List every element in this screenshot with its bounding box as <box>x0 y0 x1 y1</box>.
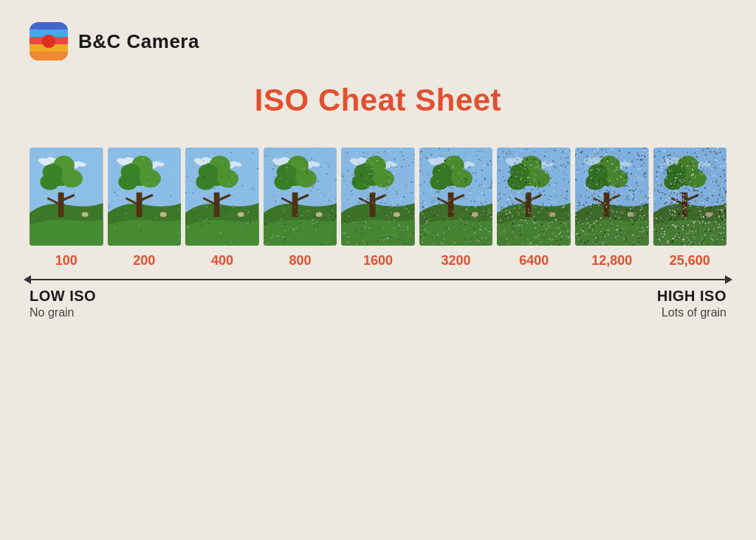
svg-rect-157 <box>247 245 248 246</box>
svg-rect-261 <box>281 207 283 209</box>
svg-rect-846 <box>434 155 436 156</box>
svg-rect-795 <box>445 231 447 232</box>
svg-rect-1196 <box>504 179 506 180</box>
svg-rect-842 <box>489 187 491 188</box>
svg-rect-2629 <box>657 174 659 176</box>
svg-rect-1721 <box>619 205 620 207</box>
svg-rect-825 <box>445 188 447 190</box>
svg-rect-349 <box>282 168 284 170</box>
svg-rect-526 <box>413 232 414 234</box>
svg-rect-841 <box>478 224 480 225</box>
svg-rect-849 <box>472 173 473 175</box>
svg-rect-1827 <box>636 221 637 222</box>
svg-rect-2134 <box>704 241 705 243</box>
svg-rect-2603 <box>708 168 709 170</box>
svg-rect-2121 <box>671 242 673 243</box>
svg-point-652 <box>472 212 478 217</box>
svg-rect-1961 <box>616 179 618 180</box>
svg-rect-2333 <box>713 223 715 224</box>
svg-rect-1786 <box>630 224 631 225</box>
svg-rect-1632 <box>642 210 644 211</box>
svg-rect-1193 <box>498 194 499 195</box>
svg-rect-1949 <box>583 239 584 240</box>
svg-rect-2042 <box>676 160 677 162</box>
svg-rect-800 <box>429 165 430 167</box>
svg-rect-2549 <box>678 214 679 215</box>
svg-rect-1436 <box>568 218 570 220</box>
svg-rect-1573 <box>591 169 593 170</box>
svg-rect-1075 <box>528 176 529 178</box>
svg-rect-2331 <box>689 244 690 246</box>
svg-rect-776 <box>447 210 449 212</box>
svg-rect-63 <box>120 178 122 179</box>
svg-rect-2278 <box>703 212 704 214</box>
svg-rect-1058 <box>512 208 513 210</box>
svg-rect-834 <box>472 153 474 155</box>
svg-rect-1032 <box>527 181 529 182</box>
svg-rect-114 <box>247 212 249 214</box>
svg-rect-2360 <box>686 155 687 156</box>
svg-rect-2296 <box>653 198 655 200</box>
svg-rect-2356 <box>661 224 662 225</box>
svg-rect-1419 <box>500 220 501 221</box>
svg-rect-2176 <box>681 218 682 220</box>
svg-rect-920 <box>453 184 455 186</box>
svg-rect-1944 <box>604 232 605 233</box>
svg-rect-1675 <box>592 204 594 205</box>
svg-rect-1941 <box>639 239 641 240</box>
svg-rect-1342 <box>563 165 564 166</box>
svg-rect-1737 <box>616 174 617 176</box>
svg-rect-554 <box>391 212 392 213</box>
svg-rect-1520 <box>612 163 614 165</box>
svg-rect-2265 <box>676 239 678 240</box>
svg-rect-578 <box>363 156 365 158</box>
svg-rect-222 <box>317 180 319 181</box>
svg-rect-2072 <box>672 240 673 242</box>
svg-rect-1719 <box>619 175 621 176</box>
svg-rect-1271 <box>565 197 566 198</box>
svg-rect-1864 <box>599 181 600 182</box>
svg-rect-1210 <box>548 149 549 150</box>
svg-rect-2636 <box>702 216 704 218</box>
svg-rect-2141 <box>678 184 679 186</box>
svg-rect-2006 <box>604 149 605 150</box>
svg-rect-2473 <box>682 198 684 199</box>
svg-rect-2113 <box>656 210 658 211</box>
svg-rect-1788 <box>595 241 597 243</box>
svg-rect-171 <box>196 204 197 205</box>
svg-rect-470 <box>401 151 402 153</box>
svg-rect-300 <box>271 238 272 239</box>
svg-rect-1822 <box>616 158 617 159</box>
svg-rect-59 <box>125 212 126 214</box>
svg-rect-1477 <box>580 195 582 197</box>
svg-rect-838 <box>482 214 484 215</box>
svg-rect-164 <box>196 188 198 190</box>
svg-rect-1029 <box>528 239 529 240</box>
svg-rect-700 <box>464 229 465 230</box>
svg-rect-1240 <box>551 150 553 151</box>
svg-rect-1390 <box>515 199 516 201</box>
svg-rect-1832 <box>596 188 597 190</box>
svg-rect-569 <box>407 184 408 186</box>
svg-rect-293 <box>281 218 282 220</box>
svg-rect-2301 <box>693 233 694 235</box>
svg-rect-1279 <box>508 243 509 244</box>
svg-rect-1667 <box>577 222 579 224</box>
svg-rect-1401 <box>521 193 523 195</box>
svg-rect-1596 <box>612 244 614 246</box>
svg-rect-282 <box>306 173 308 175</box>
svg-rect-2328 <box>685 245 687 246</box>
svg-point-394 <box>394 212 400 217</box>
svg-rect-2644 <box>669 191 670 193</box>
svg-rect-2224 <box>704 175 705 176</box>
svg-rect-1862 <box>597 238 598 239</box>
svg-rect-73 <box>132 181 134 183</box>
svg-rect-1421 <box>563 223 564 224</box>
svg-rect-1281 <box>517 159 518 161</box>
svg-rect-580 <box>346 156 348 157</box>
svg-rect-2531 <box>669 154 670 156</box>
svg-rect-938 <box>419 152 421 153</box>
svg-rect-160 <box>193 176 194 178</box>
svg-rect-1781 <box>642 155 643 156</box>
svg-rect-1810 <box>644 169 645 170</box>
